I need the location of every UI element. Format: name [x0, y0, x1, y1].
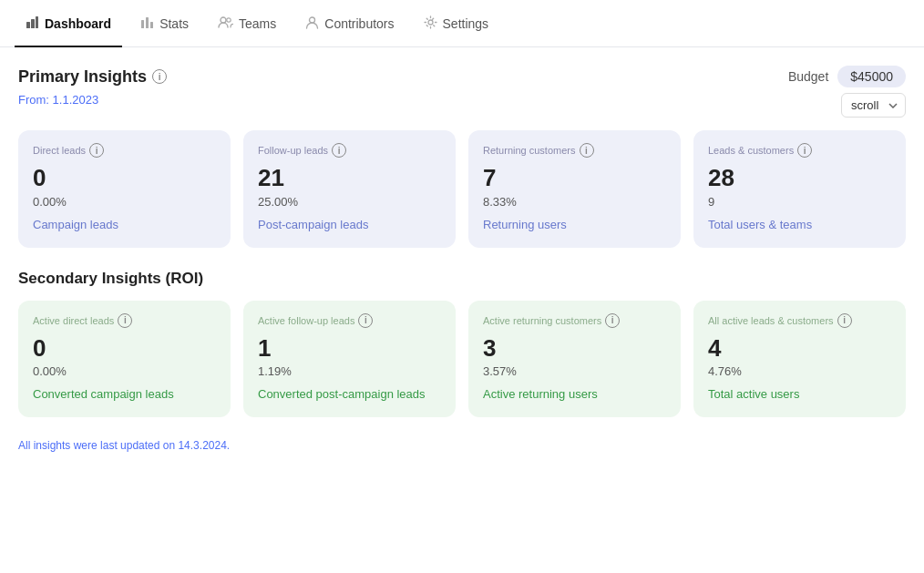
card-info-icon[interactable]: i	[837, 313, 852, 328]
card-number: 7	[483, 165, 666, 191]
primary-info-icon[interactable]: i	[152, 69, 167, 84]
primary-section-title: Primary Insights i	[18, 67, 167, 87]
card-percent: 8.33%	[483, 195, 666, 209]
stats-icon	[140, 15, 154, 32]
card-label: Follow-up leads i	[258, 143, 441, 158]
card-percent: 1.19%	[258, 364, 441, 378]
card-percent: 25.00%	[258, 195, 441, 209]
from-date-value: 1.1.2023	[53, 93, 99, 107]
nav-label-contributors: Contributors	[324, 16, 394, 31]
svg-point-8	[310, 17, 315, 23]
card-number: 21	[258, 165, 441, 191]
svg-rect-5	[150, 22, 153, 28]
settings-icon	[424, 15, 437, 32]
secondary-card-1: Active follow-up leads i 1 1.19% Convert…	[243, 301, 456, 418]
svg-point-9	[428, 20, 433, 25]
svg-rect-1	[31, 19, 35, 28]
primary-card-2: Returning customers i 7 8.33% Returning …	[468, 130, 681, 248]
secondary-section-title: Secondary Insights (ROI)	[18, 270, 906, 288]
nav-item-teams[interactable]: Teams	[207, 0, 287, 47]
contributors-icon	[305, 15, 319, 32]
dashboard-icon	[26, 15, 39, 32]
budget-label: Budget	[788, 69, 828, 84]
primary-cards-grid: Direct leads i 0 0.00% Campaign leads Fo…	[18, 130, 906, 248]
nav-label-teams: Teams	[239, 16, 276, 31]
card-description: Converted post-campaign leads	[258, 387, 441, 401]
scroll-row: scroll	[841, 93, 906, 118]
card-info-icon[interactable]: i	[118, 313, 132, 328]
secondary-card-0: Active direct leads i 0 0.00% Converted …	[18, 301, 231, 418]
nav-label-dashboard: Dashboard	[45, 16, 111, 31]
card-label: Active direct leads i	[33, 313, 216, 328]
card-info-icon[interactable]: i	[797, 143, 812, 158]
nav-item-dashboard[interactable]: Dashboard	[15, 0, 122, 47]
card-info-icon[interactable]: i	[89, 143, 104, 158]
scroll-select[interactable]: scroll	[841, 93, 906, 118]
primary-card-1: Follow-up leads i 21 25.00% Post-campaig…	[243, 130, 456, 248]
card-description: Converted campaign leads	[33, 387, 216, 401]
svg-point-6	[221, 17, 226, 23]
card-number: 0	[33, 335, 216, 362]
card-percent: 4.76%	[708, 364, 891, 378]
secondary-cards-grid: Active direct leads i 0 0.00% Converted …	[18, 301, 906, 418]
card-description: Total active users	[708, 387, 891, 401]
card-label: Active follow-up leads i	[258, 313, 441, 328]
card-label: Active returning customers i	[483, 313, 666, 328]
card-number: 0	[33, 165, 216, 191]
primary-title-text: Primary Insights	[18, 67, 147, 87]
budget-value: $45000	[837, 66, 906, 87]
card-percent: 0.00%	[33, 195, 216, 209]
card-description: Post-campaign leads	[258, 218, 441, 231]
budget-area: Budget $45000	[788, 66, 906, 87]
svg-rect-2	[36, 16, 38, 28]
card-number: 4	[708, 335, 891, 362]
from-label: From:	[18, 93, 49, 107]
svg-rect-4	[146, 17, 149, 28]
card-info-icon[interactable]: i	[580, 143, 594, 158]
card-description: Active returning users	[483, 387, 666, 401]
card-sub-number: 9	[708, 195, 891, 209]
nav-item-contributors[interactable]: Contributors	[294, 0, 405, 47]
primary-card-0: Direct leads i 0 0.00% Campaign leads	[18, 130, 231, 248]
svg-point-7	[227, 18, 231, 22]
card-label: Direct leads i	[33, 143, 216, 158]
card-info-icon[interactable]: i	[358, 313, 373, 328]
card-number: 3	[483, 335, 666, 362]
main-content: Primary Insights i Budget $45000 From: 1…	[0, 47, 924, 479]
card-description: Returning users	[483, 218, 666, 231]
card-percent: 3.57%	[483, 364, 666, 378]
card-label: Returning customers i	[483, 143, 666, 158]
card-description: Total users & teams	[708, 218, 891, 231]
teams-icon	[218, 15, 233, 31]
svg-rect-0	[26, 22, 30, 28]
card-number: 28	[708, 165, 891, 191]
secondary-card-3: All active leads & customers i 4 4.76% T…	[693, 301, 906, 418]
card-description: Campaign leads	[33, 218, 216, 231]
nav-item-settings[interactable]: Settings	[413, 0, 500, 47]
card-number: 1	[258, 335, 441, 362]
primary-header-row: Primary Insights i Budget $45000	[18, 66, 906, 87]
card-label: All active leads & customers i	[708, 313, 891, 328]
nav-item-stats[interactable]: Stats	[129, 0, 200, 47]
primary-card-3: Leads & customers i 28 9 Total users & t…	[693, 130, 906, 248]
from-date: From: 1.1.2023	[18, 93, 98, 107]
nav-label-settings: Settings	[443, 16, 489, 31]
secondary-card-2: Active returning customers i 3 3.57% Act…	[468, 301, 681, 418]
card-label: Leads & customers i	[708, 143, 891, 158]
nav-label-stats: Stats	[159, 16, 189, 31]
card-info-icon[interactable]: i	[605, 313, 620, 328]
card-percent: 0.00%	[33, 364, 216, 378]
card-info-icon[interactable]: i	[332, 143, 346, 158]
footer-note: All insights were last updated on 14.3.2…	[18, 439, 906, 470]
svg-rect-3	[141, 20, 144, 28]
main-nav: Dashboard Stats Teams	[0, 0, 924, 47]
